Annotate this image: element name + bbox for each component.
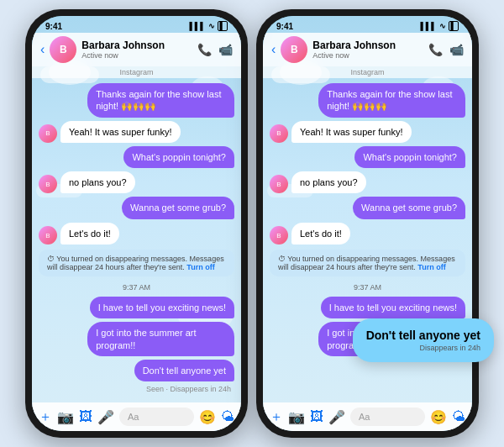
wifi-left: ∿ [208,22,215,30]
sticker-icon-right[interactable]: 😊 [430,409,447,425]
avatar-left: B [50,36,76,63]
table-row: B Let's do it! [39,223,234,245]
timestamp-right: 9:37 AM [270,281,465,293]
turn-off-link-right[interactable]: Turn off [417,263,445,271]
time-right: 9:41 [276,22,293,31]
bubble-recv-r2: no plans you? [291,171,366,193]
bubble-recv-r1: Yeah! It was super funky! [291,121,412,143]
table-row: I have to tell you exciting news! [39,297,234,318]
message-input-right[interactable]: Aa [350,408,425,426]
contact-status-right: Active now [312,51,428,60]
msg-avatar: B [270,226,288,245]
bubble-recv-3: Let's do it! [60,223,119,245]
contact-name-left: Barbara Johnson [81,39,197,51]
table-row: What's poppin tonight? [270,146,465,168]
message-input-left[interactable]: Aa [119,408,194,426]
image-icon-right[interactable]: 🖼 [310,409,323,424]
signal-left: ▌▌▌ [189,22,205,30]
msg-avatar: B [39,175,57,193]
bubble-recv-2: no plans you? [60,171,135,193]
avatar-right: B [281,36,307,63]
battery-left: ▌ [218,21,228,31]
msg-avatar: B [39,226,57,245]
msg-avatar: B [270,175,288,193]
chat-header-right: ‹ B Barbara Johnson Active now 📞 📹 [263,33,472,66]
timestamp-left: 9:37 AM [39,281,234,293]
seen-info-left: Seen · Disappears in 24h [39,385,234,393]
plus-icon-left[interactable]: ＋ [39,408,52,426]
contact-status-left: Active now [81,51,197,60]
contact-name-right: Barbara Johnson [312,39,428,51]
table-row: Wanna get some grub? [39,197,234,218]
chat-header-left: ‹ B Barbara Johnson Active now 📞 📹 [32,33,241,66]
video-icon-right[interactable]: 📹 [449,43,464,56]
msg-avatar: B [39,124,57,143]
popup-bubble: Don't tell anyone yet Disappears in 24h [353,318,494,362]
table-row: B Let's do it! [270,223,465,245]
bubble-sent-2: What's poppin tonight? [123,146,234,168]
table-row: B Yeah! It was super funky! [270,121,465,143]
table-row: B no plans you? [270,171,465,193]
table-row: I got into the summer art program!! [39,322,234,356]
bubble-sent-r1: Thanks again for the show last night! 🙌🙌… [318,83,465,118]
disappearing-notice-right: ⏱ You turned on disappearing messages. M… [270,250,465,276]
weather-icon-left[interactable]: 🌤 [221,409,234,424]
bubble-sent-6: Don't tell anyone yet [134,360,234,381]
back-button-right[interactable]: ‹ [271,42,276,57]
mic-icon-left[interactable]: 🎤 [97,409,114,425]
plus-icon-right[interactable]: ＋ [270,408,283,426]
table-row: Thanks again for the show last night! 🙌🙌… [39,83,234,118]
mic-icon-right[interactable]: 🎤 [328,409,345,425]
msg-avatar: B [270,124,288,143]
table-row: B Yeah! It was super funky! [39,121,234,143]
status-bar-right: 9:41 ▌▌▌ ∿ ▌ [263,16,472,33]
bubble-recv-1: Yeah! It was super funky! [60,121,181,143]
bubble-sent-r3: Wanna get some grub? [353,197,465,218]
platform-label-right: Instagram [263,66,472,78]
time-left: 9:41 [45,22,62,31]
table-row: I have to tell you exciting news! [270,297,465,318]
phone-icon-left[interactable]: 📞 [197,43,212,56]
bubble-recv-r3: Let's do it! [291,223,350,245]
image-icon-left[interactable]: 🖼 [79,409,92,424]
right-phone: 9:41 ▌▌▌ ∿ ▌ ‹ B Barbara Johnson Active … [256,9,479,438]
popup-text: Don't tell anyone yet [366,329,480,342]
table-row: What's poppin tonight? [39,146,234,168]
platform-label-left: Instagram [32,66,241,78]
table-row: Wanna get some grub? [270,197,465,218]
phone-icon-right[interactable]: 📞 [428,43,443,56]
table-row: B no plans you? [39,171,234,193]
wifi-right: ∿ [439,22,446,30]
bottom-bar-left: ＋ 📷 🖼 🎤 Aa 😊 🌤 [32,402,241,431]
disappearing-notice-left: ⏱ You turned on disappearing messages. M… [39,250,234,276]
status-bar-left: 9:41 ▌▌▌ ∿ ▌ [32,16,241,33]
table-row: Don't tell anyone yet [39,360,234,381]
bubble-sent-r2: What's poppin tonight? [354,146,465,168]
signal-right: ▌▌▌ [420,22,436,30]
back-button-left[interactable]: ‹ [40,42,45,57]
left-phone: 9:41 ▌▌▌ ∿ ▌ ‹ B Barbara Johnson Active … [25,9,248,438]
bottom-bar-right: ＋ 📷 🖼 🎤 Aa 😊 🌤 [263,402,472,431]
video-icon-left[interactable]: 📹 [218,43,233,56]
turn-off-link-left[interactable]: Turn off [186,263,214,271]
sticker-icon-left[interactable]: 😊 [199,409,216,425]
popup-sub: Disappears in 24h [366,344,480,352]
scene: 9:41 ▌▌▌ ∿ ▌ ‹ B Barbara Johnson Active … [0,0,504,447]
camera-icon-left[interactable]: 📷 [57,409,74,425]
bubble-sent-4: I have to tell you exciting news! [90,297,234,318]
table-row: Thanks again for the show last night! 🙌🙌… [270,83,465,118]
camera-icon-right[interactable]: 📷 [288,409,305,425]
weather-icon-right[interactable]: 🌤 [452,409,465,424]
messages-left: Thanks again for the show last night! 🙌🙌… [32,78,241,402]
bubble-sent-5: I got into the summer art program!! [87,322,234,356]
bubble-sent-3: Wanna get some grub? [122,197,234,218]
bubble-sent-1: Thanks again for the show last night! 🙌🙌… [87,83,234,118]
bubble-sent-r4: I have to tell you exciting news! [321,297,465,318]
battery-right: ▌ [449,21,459,31]
